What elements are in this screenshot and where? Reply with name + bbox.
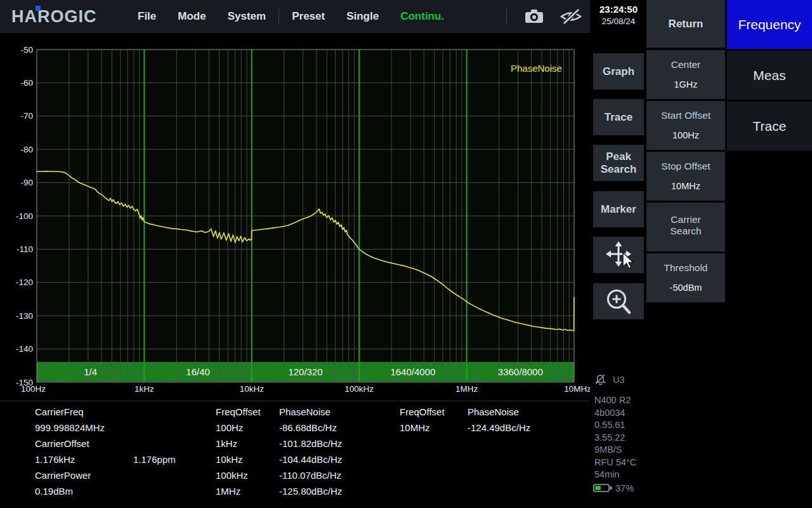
carrier-label: CarrierOffset [35,438,89,449]
magnifier-plus-icon [602,286,635,318]
peak-search-button[interactable]: Peak Search [593,145,644,181]
param-label: Center [671,59,701,70]
phase-noise-cell: -125.80dBc/Hz [279,486,342,497]
param-start-offset[interactable]: Start Offset 100Hz [646,101,725,150]
marker-button[interactable]: Marker [593,191,644,227]
carrier-extra: 1.176ppm [133,454,176,465]
carrier-value: 0.19dBm [35,486,73,497]
menu-separator [506,9,507,24]
x-axis-tick-label: 10kHz [240,384,265,394]
status-line: 54min [594,469,646,481]
analyzer-screen: HAROGIC File Mode System Preset Single C… [0,0,812,508]
menu-single[interactable]: Single [336,10,390,23]
carrier-label: CarrierPower [35,470,91,481]
phase-noise-cell: -124.49dBc/Hz [468,422,530,433]
y-axis-tick-label: -140 [16,344,33,354]
y-axis-tick-label: -110 [16,244,33,254]
segment-band-label: 1640/4000 [390,366,435,377]
y-axis-tick-label: -70 [20,111,33,121]
y-axis-tick-label: -130 [16,311,33,321]
trace-button[interactable]: Trace [593,99,644,135]
y-axis-tick-label: -90 [20,178,33,187]
param-value: -50dBm [670,283,702,293]
return-button[interactable]: Return [646,0,725,48]
phase-noise-chart[interactable]: 1/416/40120/3201640/40003360/8000-50-60-… [0,33,590,400]
param-center[interactable]: Center 1GHz [646,50,725,99]
clock: 23:24:50 25/08/24 [593,0,644,33]
pan-move-hand-icon [599,239,638,272]
menu-system[interactable]: System [217,10,277,23]
brand-logo-accent-square [36,6,41,11]
freq-offset-cell: 1MHz [216,486,240,497]
freq-offset-cell: 10kHz [216,454,243,465]
pan-button[interactable] [593,237,644,273]
y-axis-tick-label: -120 [16,277,33,287]
tab-meas[interactable]: Meas [727,51,812,100]
notifications-off-bell-icon [594,373,606,385]
x-axis-tick-label: 10MHz [564,384,590,394]
menu-file[interactable]: File [127,10,167,23]
phase-noise-cell: -110.07dBc/Hz [279,470,341,481]
freq-offset-cell: 100kHz [216,470,248,481]
param-carrier-search[interactable]: Carrier Search [646,203,725,251]
brand-logo: HAROGIC [11,7,119,27]
segment-band-label: 3360/8000 [498,366,543,377]
x-axis-tick-label: 1kHz [134,384,154,394]
device-id: U3 [613,375,625,385]
param-label: Start Offset [661,110,710,121]
battery-percent: 37% [615,483,634,493]
status-line: N400 R2 [594,394,646,407]
table-header: FreqOffset [400,406,445,417]
param-threshold[interactable]: Threshold -50dBm [646,253,725,302]
param-value: 1GHz [674,79,697,90]
brand-logo-text: HAROGIC [11,7,97,26]
segment-band-label: 1/4 [84,366,97,377]
topbar-icons [504,0,582,33]
status-panel: U3 N400 R24b00340.55.613.55.229MB/SRFU 5… [592,373,646,493]
y-axis-tick-label: -80 [20,145,33,154]
segment-band-label: 120/320 [288,366,322,377]
carrier-value: 1.176kHz [35,454,75,465]
x-axis-tick-label: 100kHz [344,384,374,394]
clock-time: 23:24:50 [593,4,644,15]
freq-offset-cell: 100Hz [216,422,243,433]
segment-band-label: 16/40 [186,366,210,377]
screenshot-camera-icon[interactable] [524,8,544,25]
graph-button[interactable]: Graph [593,53,644,90]
status-line: 4b0034 [594,407,646,420]
clock-date: 25/08/24 [593,17,644,26]
menu-preset[interactable]: Preset [281,10,336,23]
y-axis-tick-label: -60 [20,78,33,88]
freq-offset-cell: 10MHz [400,422,430,433]
tab-trace[interactable]: Trace [727,102,812,150]
status-lines: N400 R24b00340.55.613.55.229MB/SRFU 54°C… [592,394,646,481]
menu-separator [278,9,279,24]
param-label: Threshold [664,262,708,274]
topbar: HAROGIC File Mode System Preset Single C… [0,0,590,33]
main-menu: File Mode System Preset Single Continu. [127,9,455,24]
results-panel: CarrierFreq999.998824MHzCarrierOffset1.1… [0,401,590,508]
y-axis-tick-label: -50 [20,45,33,55]
table-header: FreqOffset [216,406,261,417]
phase-noise-cell: -104.44dBc/Hz [279,454,342,465]
zoom-in-button[interactable] [593,283,644,319]
param-stop-offset[interactable]: Stop Offset 10MHz [646,152,725,201]
trace-legend: PhaseNoise [511,63,562,74]
carrier-label: CarrierFreq [35,406,84,417]
table-header: PhaseNoise [279,406,331,417]
param-value: 100Hz [672,130,699,140]
hide-display-eye-off-icon[interactable] [560,8,582,25]
status-line: 9MB/S [594,444,646,457]
status-line: 3.55.22 [594,432,646,444]
param-label: Carrier Search [663,214,709,237]
x-axis-tick-label: 1MHz [455,384,478,394]
status-line: 0.55.61 [594,419,646,432]
status-line: RFU 54°C [594,457,646,469]
freq-offset-cell: 1kHz [216,438,237,449]
menu-continuous[interactable]: Continu. [390,10,455,23]
table-header: PhaseNoise [468,406,519,417]
tab-frequency[interactable]: Frequency [727,0,812,49]
x-axis-tick-label: 100Hz [21,384,46,394]
phase-noise-cell: -101.82dBc/Hz [279,438,342,449]
menu-mode[interactable]: Mode [167,10,216,23]
